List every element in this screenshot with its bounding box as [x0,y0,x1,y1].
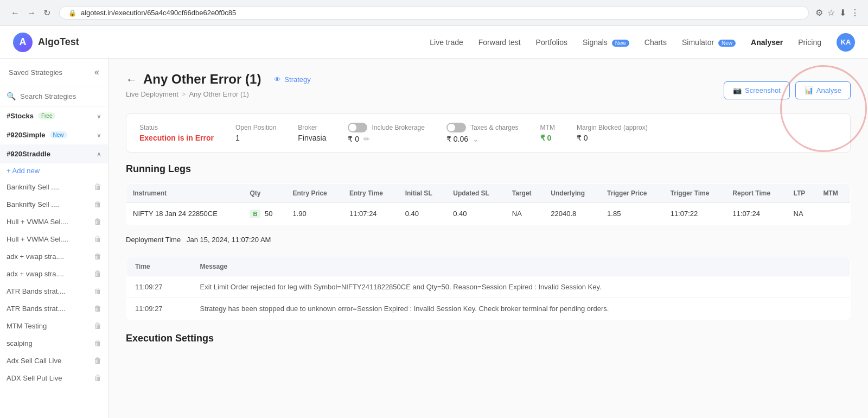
nav-link-portfolios[interactable]: Portfolios [536,38,567,47]
delete-icon[interactable]: 🗑 [94,321,101,330]
sidebar-item-3[interactable]: Hull + VWMA Sel.... 🗑 [0,230,108,248]
nav-link-simulator[interactable]: Simulator New [682,38,736,47]
col-initial-sl: Initial SL [399,184,447,203]
back-arrow-button[interactable]: ← [126,73,137,86]
cell-entry-price: 1.90 [286,203,343,225]
sidebar-section-stocks[interactable]: #Stocks Free ∨ [0,106,108,125]
status-section: Status Execution is in Error Open Positi… [126,113,851,153]
delete-icon[interactable]: 🗑 [94,356,101,365]
log-time-0: 11:09:27 [126,276,192,298]
execution-settings-title: Execution Settings [126,333,851,344]
cell-trigger-price: 1.85 [601,203,664,225]
saved-strategies-label: Saved Strategies [9,68,62,77]
signals-badge: New [612,40,629,47]
delete-icon[interactable]: 🗑 [94,287,101,295]
delete-icon[interactable]: 🗑 [94,235,101,243]
cell-entry-time: 11:07:24 [343,203,399,225]
nav-link-analyser[interactable]: Analyser [751,38,783,47]
breadcrumb-separator: > [182,90,186,98]
logo[interactable]: A AlgoTest [13,33,79,52]
delete-icon[interactable]: 🗑 [94,304,101,313]
sidebar-item-1[interactable]: Banknifty Sell .... 🗑 [0,195,108,213]
address-bar[interactable]: 🔒 algotest.in/execution/65a4c490cf66dbe6… [59,6,809,20]
sidebar-item-7[interactable]: ATR Bands strat.... 🗑 [0,300,108,317]
col-entry-time: Entry Time [343,184,399,203]
nav-link-pricing[interactable]: Pricing [798,38,821,47]
edit-icon[interactable]: ✏ [363,135,370,143]
log-col-time: Time [126,257,192,276]
status-col-taxes: Taxes & charges ₹ 0.06 ⌄ [446,123,519,143]
deployment-time: Deployment Time Jan 15, 2024, 11:07:20 A… [126,236,851,244]
delete-icon[interactable]: 🗑 [94,373,101,382]
chevron-up-icon: ∧ [97,150,101,158]
delete-icon[interactable]: 🗑 [94,182,101,191]
cell-report-time: 11:07:24 [726,203,787,225]
sidebar-item-5[interactable]: adx + vwap stra.... 🗑 [0,265,108,282]
delete-icon[interactable]: 🗑 [94,217,101,226]
col-instrument: Instrument [126,184,244,203]
brokerage-toggle[interactable] [348,123,367,132]
col-trigger-time: Trigger Time [664,184,726,203]
logo-text: AlgoTest [38,36,79,48]
page-header: ← Any Other Error (1) 👁 Strategy Live De… [126,72,851,109]
table-row: NIFTY 18 Jan 24 22850CE B 50 1.90 11:07:… [126,203,851,225]
delete-icon[interactable]: 🗑 [94,200,101,208]
sidebar-section-920straddle[interactable]: #920Straddle ∧ [0,144,108,163]
status-col-margin: Margin Blocked (approx) ₹ 0 [577,124,648,142]
nav-link-live-trade[interactable]: Live trade [430,38,463,47]
taxes-toggle[interactable] [446,123,466,132]
sidebar-item-0[interactable]: Banknifty Sell .... 🗑 [0,178,108,195]
sidebar-section-920simple[interactable]: #920Simple New ∨ [0,125,108,144]
cell-target: NA [506,203,545,225]
sidebar-item-4[interactable]: adx + vwap stra.... 🗑 [0,248,108,265]
reload-button[interactable]: ↻ [41,5,53,20]
log-row-1: 11:09:27 Strategy has been stopped due t… [126,298,851,320]
sidebar-item-9[interactable]: scalping 🗑 [0,334,108,352]
col-ltp: LTP [787,184,817,203]
content-area: ← Any Other Error (1) 👁 Strategy Live De… [108,59,868,418]
buy-badge: B [250,210,260,218]
nav-link-signals[interactable]: Signals New [583,38,629,47]
analyse-button[interactable]: 📊 Analyse [795,81,851,99]
url-text: algotest.in/execution/65a4c490cf66dbe62e… [81,9,236,17]
status-col-brokerage: Include Brokerage ₹ 0 ✏ [348,123,424,143]
nav-link-charts[interactable]: Charts [644,38,667,47]
sidebar-item-6[interactable]: ATR Bands strat.... 🗑 [0,282,108,300]
search-input[interactable] [20,92,101,100]
sidebar-item-10[interactable]: Adx Sell Call Live 🗑 [0,352,108,369]
delete-icon[interactable]: 🗑 [94,252,101,261]
screenshot-button[interactable]: 📷 Screenshot [724,81,790,99]
sidebar-item-11[interactable]: ADX Sell Put Live 🗑 [0,369,108,387]
page-actions: 📷 Screenshot 📊 Analyse [724,81,851,99]
strategy-tag: 👁 Strategy [274,75,310,84]
920simple-new-tag: New [50,131,67,138]
breadcrumb-parent[interactable]: Live Deployment [126,90,178,98]
delete-icon[interactable]: 🗑 [94,269,101,278]
sidebar-header: Saved Strategies « [0,59,108,86]
forward-button[interactable]: → [25,6,38,20]
add-new-button[interactable]: + Add new [0,163,108,178]
status-col-position: Open Position 1 [235,124,276,142]
nav-link-forward-test[interactable]: Forward test [478,38,521,47]
browser-icons: ⚙ ☆ ⬇ ⋮ [815,8,859,18]
cell-ltp: NA [787,203,817,225]
cell-initial-sl: 0.40 [399,203,447,225]
back-button[interactable]: ← [9,6,22,20]
col-qty: Qty [243,184,286,203]
collapse-icon[interactable]: « [94,67,99,77]
main-layout: Saved Strategies « 🔍 #Stocks Free ∨ #920… [0,59,868,418]
chart-icon: 📊 [805,86,813,94]
log-message-0: Exit Limit Order rejected for leg with S… [192,276,851,298]
sidebar-item-8[interactable]: MTM Testing 🗑 [0,317,108,334]
delete-icon[interactable]: 🗑 [94,339,101,347]
log-message-1: Strategy has been stopped due to unknown… [192,298,851,320]
status-col-broker: Broker Finvasia [298,124,326,142]
nav-links: Live trade Forward test Portfolios Signa… [430,33,855,52]
col-entry-price: Entry Price [286,184,343,203]
dropdown-icon[interactable]: ⌄ [473,135,479,143]
breadcrumb-current: Any Other Error (1) [189,90,249,98]
sidebar-search: 🔍 [0,86,108,106]
cell-mtm [816,203,850,225]
user-avatar[interactable]: KA [837,33,855,52]
sidebar-item-2[interactable]: Hull + VWMA Sel.... 🗑 [0,213,108,230]
